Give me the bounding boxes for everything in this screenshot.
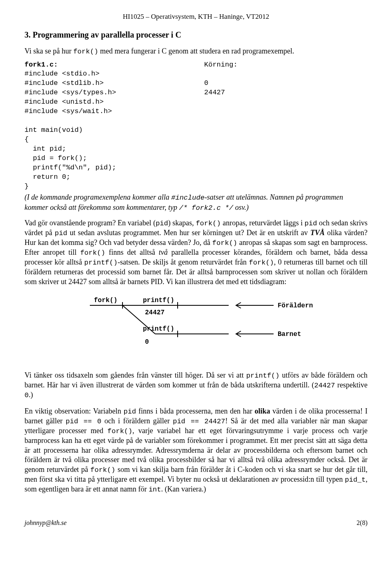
diagram-child-label: Barnet bbox=[278, 331, 301, 338]
p1-c5: fork() bbox=[212, 239, 237, 247]
diagram-printf-top: printf() bbox=[143, 297, 174, 304]
p3-b: finns i båda processerna, men den har bbox=[136, 407, 254, 415]
p3-c1: pid bbox=[124, 408, 136, 416]
p1-c: anropas, returvärdet läggs i bbox=[221, 219, 305, 227]
p3-c5: fork() bbox=[90, 466, 115, 474]
p1-ital1: två bbox=[159, 248, 168, 256]
p2-d: .) bbox=[29, 391, 33, 399]
paragraph-1: Vad gör ovanstående program? En variabel… bbox=[24, 218, 368, 287]
p1-c1: pid bbox=[156, 220, 168, 227]
section-title: 3. Programmering av parallella processer… bbox=[24, 29, 368, 40]
p1-c4: pid bbox=[55, 229, 67, 237]
p1-j: -satsen. De skiljs åt genom returvärdet … bbox=[118, 258, 249, 266]
code-left-column: fork1.c: #include <stdio.h> #include <st… bbox=[24, 60, 188, 191]
footer-email: johnnyp@kth.se bbox=[24, 519, 67, 527]
p1-h: finns det alltså bbox=[105, 248, 159, 256]
p3-d: och i föräldern gäller bbox=[101, 417, 173, 425]
intro-paragraph: Vi ska se på hur fork() med mera fungera… bbox=[24, 47, 368, 56]
note-code-2: /* fork2.c */ bbox=[179, 204, 234, 212]
p2-c3: 0 bbox=[24, 391, 29, 399]
p3-bold1: olika bbox=[255, 407, 270, 415]
p3-c7: int bbox=[149, 486, 161, 494]
italic-note: (I de kommande programexemplena kommer a… bbox=[24, 193, 368, 212]
page-header: HI1025 – Operativsystem, KTH – Haninge, … bbox=[24, 12, 368, 21]
footer-page-number: 2(8) bbox=[356, 519, 368, 527]
diagram-val-parent: 24427 bbox=[145, 309, 165, 316]
p2-c1: printf() bbox=[246, 372, 280, 380]
p2-c2: 24427 bbox=[314, 382, 335, 389]
p1-a: Vad gör ovanstående program? En variabel… bbox=[24, 219, 156, 227]
intro-text-1: Vi ska se på hur bbox=[24, 47, 73, 55]
diagram-svg: fork() printf() 24427 Föräldern printf()… bbox=[69, 293, 323, 358]
p3-i: . (Kan variera.) bbox=[161, 485, 206, 493]
code-right-column: Körning: 0 24427 bbox=[204, 60, 368, 191]
p3-c6: pid_t bbox=[345, 476, 365, 484]
code-columns: fork1.c: #include <stdio.h> #include <st… bbox=[24, 60, 368, 191]
code-right-title: Körning: bbox=[204, 60, 368, 69]
p1-bold1: TVÅ bbox=[310, 229, 325, 237]
paragraph-2: Vi tänker oss tidsaxeln som gåendes från… bbox=[24, 371, 368, 400]
code-left-block: #include <stdio.h> #include <stdlib.h> #… bbox=[24, 69, 188, 191]
p2-a: Vi tänker oss tidsaxeln som gåendes från… bbox=[24, 371, 246, 379]
diagram-parent-label: Föräldern bbox=[278, 302, 313, 309]
intro-text-2: med mera fungerar i C genom att studera … bbox=[98, 47, 294, 55]
code-right-block: 0 24427 bbox=[204, 69, 368, 98]
code-left-title: fork1.c: bbox=[24, 60, 188, 69]
p1-c7: printf() bbox=[84, 259, 118, 267]
p3-c4: fork() bbox=[107, 427, 132, 435]
p1-c8: fork() bbox=[249, 259, 274, 267]
note-text-1: (I de kommande programexemplena kommer a… bbox=[24, 193, 171, 201]
p3-c2: pid == 0 bbox=[66, 418, 101, 425]
diagram-printf-bottom: printf() bbox=[143, 325, 174, 333]
intro-code: fork() bbox=[73, 48, 98, 56]
p1-c2: fork() bbox=[196, 220, 220, 227]
p1-c6: fork() bbox=[80, 249, 105, 257]
note-text-3: osv.) bbox=[233, 203, 249, 211]
diagram-fork-label: fork() bbox=[94, 297, 118, 304]
p3-c3: pid == 24427 bbox=[173, 418, 225, 425]
p3-a: En viktig observation: Variabeln bbox=[24, 407, 124, 415]
paragraph-3: En viktig observation: Variabeln pid fin… bbox=[24, 407, 368, 494]
p2-c: respektive bbox=[335, 381, 368, 389]
p1-e: ut sedan avslutas programmet. Men hur se… bbox=[67, 229, 310, 237]
p1-c3: pid bbox=[305, 220, 317, 227]
time-diagram: fork() printf() 24427 Föräldern printf()… bbox=[24, 293, 368, 358]
p1-b: ) skapas, bbox=[168, 219, 196, 227]
page-footer: johnnyp@kth.se 2(8) bbox=[24, 519, 368, 527]
note-code-1: #include bbox=[171, 194, 205, 202]
diagram-val-child: 0 bbox=[145, 338, 149, 346]
